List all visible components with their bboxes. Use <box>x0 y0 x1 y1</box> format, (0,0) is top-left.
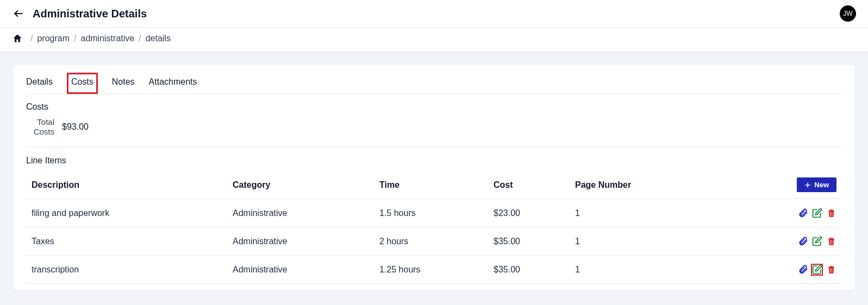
col-header-time: Time <box>379 180 494 190</box>
avatar[interactable]: JW <box>840 5 856 22</box>
cell-cost: $35.00 <box>494 265 575 275</box>
edit-icon[interactable] <box>811 208 822 219</box>
table-row: filing and paperwork Administrative 1.5 … <box>26 199 842 227</box>
page-title: Administrative Details <box>33 8 147 20</box>
table-header-row: Description Category Time Cost Page Numb… <box>26 171 842 199</box>
line-items-section-title: Line Items <box>26 156 842 166</box>
breadcrumb-separator: / <box>74 34 76 43</box>
costs-section: Costs Total Costs $93.00 <box>26 94 842 147</box>
col-header-category: Category <box>233 180 379 190</box>
cell-page-number: 1 <box>575 237 711 246</box>
breadcrumb-item-program[interactable]: program <box>37 34 70 43</box>
tab-attachments[interactable]: Attachments <box>149 73 197 94</box>
tab-notes[interactable]: Notes <box>112 73 135 94</box>
costs-section-title: Costs <box>26 102 842 112</box>
home-icon[interactable] <box>12 33 23 44</box>
cell-cost: $23.00 <box>494 208 575 218</box>
new-line-item-button[interactable]: New <box>797 177 836 192</box>
cell-time: 1.25 hours <box>379 265 494 275</box>
cell-category: Administrative <box>233 208 379 218</box>
breadcrumb-separator: / <box>139 34 141 43</box>
cell-time: 1.5 hours <box>379 208 494 218</box>
cell-category: Administrative <box>233 237 379 246</box>
cell-description: Taxes <box>32 237 233 246</box>
attachment-icon[interactable] <box>797 208 808 219</box>
breadcrumb-item-details[interactable]: details <box>146 34 171 43</box>
line-items-section: Line Items Description Category Time Cos… <box>26 154 842 284</box>
card: Details Costs Notes Attachments Costs To… <box>13 65 855 290</box>
tab-details[interactable]: Details <box>26 73 53 94</box>
cell-description: filing and paperwork <box>32 208 233 218</box>
cell-description: transcription <box>32 265 233 275</box>
col-header-page-number: Page Number <box>575 180 711 190</box>
table-row: transcription Administrative 1.25 hours … <box>26 256 842 284</box>
delete-icon[interactable] <box>826 236 836 247</box>
cell-page-number: 1 <box>575 265 711 275</box>
tab-costs[interactable]: Costs <box>67 73 98 94</box>
delete-icon[interactable] <box>826 208 836 219</box>
breadcrumb: / program / administrative / details <box>0 28 868 52</box>
attachment-icon[interactable] <box>797 264 808 275</box>
cell-category: Administrative <box>233 265 379 275</box>
delete-icon[interactable] <box>826 264 836 275</box>
edit-icon[interactable] <box>811 264 822 275</box>
total-costs-value: $93.00 <box>62 122 89 132</box>
topbar: Administrative Details JW <box>0 0 868 28</box>
breadcrumb-item-administrative[interactable]: administrative <box>80 34 134 43</box>
cell-page-number: 1 <box>575 208 711 218</box>
attachment-icon[interactable] <box>797 236 808 247</box>
new-button-label: New <box>814 181 829 189</box>
total-costs-row: Total Costs $93.00 <box>26 117 842 147</box>
page-area: Details Costs Notes Attachments Costs To… <box>0 52 868 305</box>
cell-cost: $35.00 <box>494 237 575 246</box>
cell-time: 2 hours <box>379 237 494 246</box>
table-row: Taxes Administrative 2 hours $35.00 1 <box>26 227 842 256</box>
back-icon[interactable] <box>12 7 25 20</box>
total-costs-label: Total Costs <box>26 117 54 137</box>
edit-icon[interactable] <box>811 236 822 247</box>
tabs: Details Costs Notes Attachments <box>26 65 842 94</box>
col-header-description: Description <box>32 180 233 190</box>
breadcrumb-separator: / <box>30 34 33 43</box>
col-header-cost: Cost <box>494 180 575 190</box>
